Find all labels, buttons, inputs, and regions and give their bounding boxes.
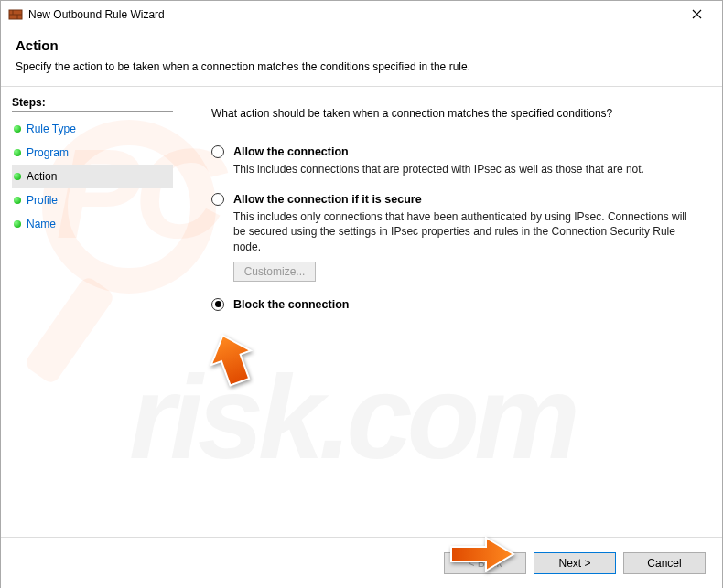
step-label: Program <box>27 146 69 159</box>
option-allow-title: Allow the connection <box>233 145 349 158</box>
close-icon <box>692 9 702 19</box>
window-title: New Outbound Rule Wizard <box>28 8 678 21</box>
cancel-button[interactable]: Cancel <box>623 552 706 574</box>
step-name[interactable]: Name <box>12 212 173 236</box>
step-rule-type[interactable]: Rule Type <box>12 117 173 141</box>
bullet-icon <box>14 149 21 156</box>
next-button[interactable]: Next > <box>534 552 616 574</box>
page-subheading: Specify the action to be taken when a co… <box>16 60 707 73</box>
option-allow-secure-title: Allow the connection if it is secure <box>233 193 422 206</box>
header: Action Specify the action to be taken wh… <box>1 28 722 87</box>
radio-block[interactable] <box>211 298 224 311</box>
option-allow: Allow the connection This includes conne… <box>211 145 695 176</box>
wizard-window: PC risk.com New Outbound Rule Wizard Act… <box>0 0 723 588</box>
page-heading: Action <box>16 37 707 53</box>
option-allow-desc: This includes connections that are prote… <box>233 162 695 176</box>
step-label: Rule Type <box>27 123 76 135</box>
bullet-icon <box>14 220 21 228</box>
option-allow-secure-desc: This includes only connections that have… <box>233 209 695 254</box>
back-button[interactable]: < Back <box>444 552 526 574</box>
prompt-text: What action should be taken when a conne… <box>211 107 695 120</box>
step-label: Name <box>27 218 56 230</box>
close-button[interactable] <box>678 2 715 27</box>
step-label: Action <box>27 170 57 183</box>
bullet-icon <box>14 125 21 133</box>
radio-allow-secure[interactable] <box>211 193 224 206</box>
radio-allow[interactable] <box>211 145 224 158</box>
option-block-title: Block the connection <box>233 298 349 311</box>
option-allow-secure: Allow the connection if it is secure Thi… <box>211 193 695 282</box>
customize-button: Customize... <box>233 262 316 282</box>
titlebar: New Outbound Rule Wizard <box>1 1 722 28</box>
content-pane: What action should be taken when a conne… <box>184 87 722 537</box>
footer: < Back Next > Cancel <box>1 537 722 588</box>
bullet-icon <box>14 173 21 180</box>
option-block: Block the connection <box>211 298 695 311</box>
step-program[interactable]: Program <box>12 141 173 165</box>
step-profile[interactable]: Profile <box>12 188 173 212</box>
body: Steps: Rule Type Program Action Profile … <box>1 87 722 537</box>
steps-sidebar: Steps: Rule Type Program Action Profile … <box>1 87 184 537</box>
steps-label: Steps: <box>12 96 173 112</box>
step-label: Profile <box>27 194 58 207</box>
firewall-icon <box>8 7 23 22</box>
bullet-icon <box>14 197 21 204</box>
step-action[interactable]: Action <box>12 165 173 188</box>
